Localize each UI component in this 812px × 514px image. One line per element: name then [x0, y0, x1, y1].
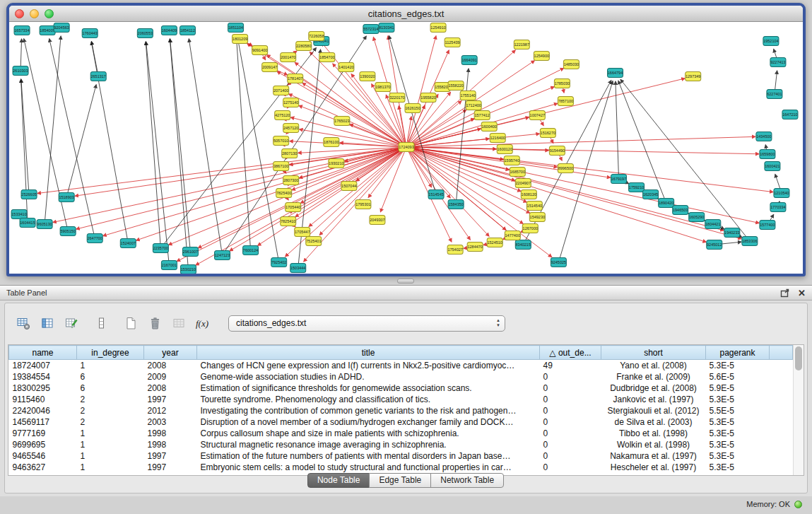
graph-node[interactable]: 2060553 [137, 29, 153, 38]
table-row[interactable]: 1938455462009Genome-wide association stu… [9, 371, 793, 382]
graph-node[interactable]: 4275120 [275, 111, 290, 120]
citation-edge-black[interactable] [21, 79, 28, 223]
graph-node[interactable]: 5905150 [60, 227, 76, 236]
graph-node[interactable]: 1955820 [420, 93, 436, 103]
graph-node[interactable]: 3220170 [389, 93, 405, 103]
citation-edge-red[interactable] [406, 147, 724, 230]
graph-node[interactable]: 1785030 [554, 79, 570, 88]
graph-node[interactable]: 5572314 [363, 25, 379, 34]
citation-edge-black[interactable] [92, 42, 99, 76]
graph-node[interactable]: 8996500 [558, 164, 573, 173]
window-titlebar[interactable]: citations_edges.txt [9, 6, 803, 22]
graph-node[interactable]: 1516270 [540, 129, 555, 138]
table-row[interactable]: 911546021997Tourette syndrome. Phenomeno… [9, 394, 793, 405]
close-button[interactable] [15, 9, 24, 18]
graph-node[interactable]: 1558220 [448, 81, 464, 90]
split-handle[interactable] [397, 279, 414, 284]
graph-node[interactable]: 1801209 [233, 35, 248, 44]
graph-node[interactable]: 1284470 [467, 243, 483, 252]
tab-edge-table[interactable]: Edge Table [369, 473, 431, 488]
graph-node[interactable]: 1401420 [339, 63, 354, 72]
citation-edge-black[interactable] [21, 79, 29, 194]
graph-node[interactable]: 1604409 [161, 26, 177, 35]
citation-edge-black[interactable] [49, 39, 95, 238]
graph-node[interactable]: 2167001 [161, 261, 177, 270]
graph-node[interactable]: 7600124 [243, 246, 259, 255]
column-header[interactable]: short [601, 346, 706, 360]
graph-node[interactable]: 1851104 [228, 23, 244, 33]
citation-edge-black[interactable] [170, 39, 191, 252]
column-header[interactable]: △ out_de... [540, 346, 601, 360]
citation-edge-red[interactable] [406, 147, 741, 239]
function-builder-icon[interactable]: f(x) [193, 313, 213, 333]
graph-node[interactable]: 9204563 [54, 23, 69, 33]
citation-edge-black[interactable] [389, 36, 436, 194]
citation-edge-black[interactable] [189, 39, 222, 255]
graph-node[interactable]: 9245012 [707, 240, 722, 250]
graph-node[interactable]: 1754027 [447, 245, 463, 255]
graph-node[interactable]: 1524007 [120, 239, 136, 248]
graph-node[interactable]: 1765023 [334, 117, 350, 126]
graph-node[interactable]: 1549230 [529, 213, 545, 222]
column-header[interactable]: title [197, 346, 540, 360]
graph-node[interactable]: 8340215 [515, 240, 531, 250]
graph-node[interactable]: 3867100 [273, 162, 289, 171]
citation-edge-red[interactable] [406, 110, 466, 147]
graph-node[interactable]: 1755140 [460, 91, 476, 100]
graph-node[interactable]: 1946503 [673, 206, 688, 215]
graph-node[interactable]: 2647700 [87, 234, 102, 243]
graph-node[interactable]: 1216400 [490, 134, 505, 143]
graph-node[interactable]: 1210540 [774, 189, 789, 198]
graph-node[interactable]: 1854700 [319, 53, 335, 62]
graph-node[interactable]: 2807300 [283, 176, 299, 185]
network-window[interactable]: citations_edges.txt 16573341854009920456… [6, 3, 806, 276]
graph-node[interactable]: 1679197 [611, 175, 627, 184]
table-source-combobox[interactable]: citations_edges.txt ▲▼ [228, 315, 505, 332]
graph-node[interactable]: 1577400 [760, 221, 775, 230]
table-row[interactable]: 977716911998Corpus callosum shape and si… [9, 428, 793, 439]
graph-node[interactable]: 1940233 [724, 228, 740, 238]
graph-node[interactable]: 1530210 [180, 265, 196, 274]
graph-node[interactable]: 1657334 [14, 26, 30, 35]
graph-node[interactable]: 7525401 [306, 237, 322, 246]
graph-node[interactable]: 1434500 [756, 132, 772, 141]
graph-node[interactable]: 1514545 [428, 190, 444, 199]
graph-node[interactable]: 1503444 [290, 264, 306, 273]
graph-node[interactable]: 1664794 [608, 69, 623, 78]
graph-node[interactable]: 1507044 [341, 182, 357, 191]
graph-node[interactable]: 7825410 [281, 217, 296, 226]
edit-table-icon[interactable] [61, 313, 81, 333]
graph-node[interactable]: 1664091 [461, 56, 477, 65]
graph-node[interactable]: 1659800 [760, 150, 775, 159]
graph-node[interactable]: 1518903 [59, 193, 74, 202]
graph-node[interactable]: 1485030 [563, 60, 579, 69]
row-options-icon[interactable] [91, 313, 111, 333]
graph-node[interactable]: 7825400 [276, 189, 292, 198]
citation-edge-red[interactable] [302, 83, 406, 147]
citation-edge-black[interactable] [146, 42, 170, 265]
graph-node[interactable]: 1620345 [643, 190, 659, 199]
graph-node[interactable]: 1267000 [522, 224, 538, 233]
graph-node[interactable]: 1712400 [466, 101, 481, 110]
graph-node[interactable]: 1854009 [40, 26, 55, 35]
show-columns-icon[interactable] [37, 313, 57, 333]
minimize-button[interactable] [30, 9, 39, 18]
graph-node[interactable]: 6227401 [767, 90, 782, 99]
graph-node[interactable]: 1804421 [705, 220, 721, 229]
graph-node[interactable]: 1759210 [629, 183, 645, 192]
graph-node[interactable]: 1577412 [474, 111, 490, 120]
float-panel-icon[interactable] [780, 288, 789, 298]
graph-node[interactable]: 2071400 [273, 86, 289, 95]
graph-node[interactable]: 2001470 [281, 53, 296, 62]
graph-node[interactable]: 1477400 [505, 231, 520, 240]
table-row[interactable]: 1456911722003Disruption of a novel membe… [9, 416, 793, 428]
table-row[interactable]: 1872400712008Changes of HCN gene express… [9, 360, 793, 371]
graph-node[interactable]: 1007427 [529, 111, 545, 120]
graph-node[interactable]: 1605290 [689, 213, 705, 222]
graph-node[interactable]: 2807130 [282, 149, 298, 158]
tab-network-table[interactable]: Network Table [430, 473, 504, 488]
graph-node[interactable]: 1275140 [283, 98, 299, 107]
graph-node[interactable]: 1854112 [180, 26, 195, 35]
column-header[interactable]: in_degree [77, 346, 144, 360]
graph-node[interactable]: 1604415 [20, 218, 35, 228]
